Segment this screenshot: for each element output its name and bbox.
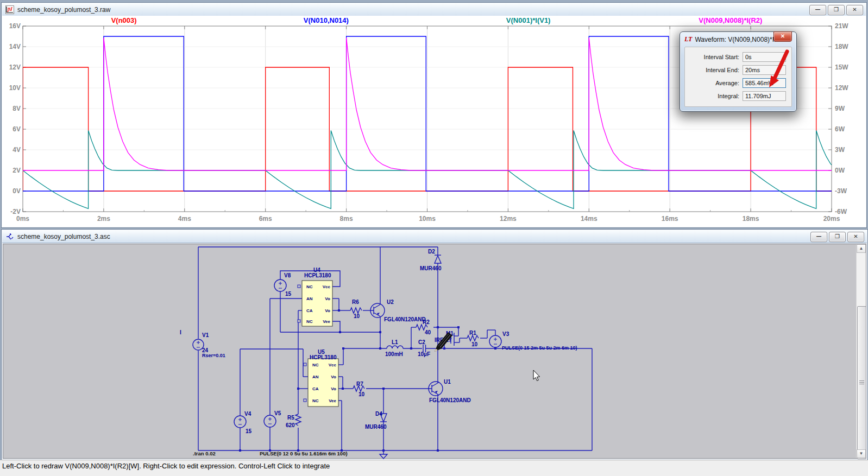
dialog-body: Interval Start:0sInterval End:20msAverag… [684,47,792,107]
waveform-minimize-button[interactable]: — [809,5,826,15]
schematic-close-button[interactable]: ✕ [847,232,864,242]
dialog-field-integral-[interactable]: 11.709mJ [743,91,786,101]
status-bar: Left-Click to redraw V(N009,N008)*I(R2)[… [0,460,868,476]
schematic-window: scheme_kosoy_polumost_3.asc — ❐ ✕ ▲ ▼ [1,229,868,460]
arrow-down-icon: ▼ [859,451,864,456]
waveform-file-icon [5,5,14,14]
schematic-window-titlebar[interactable]: scheme_kosoy_polumost_3.asc [2,230,867,243]
lt-logo-icon: LT [684,35,692,43]
close-icon: ✕ [781,33,785,39]
schematic-minimize-button[interactable]: — [810,232,827,242]
restore-icon: ❐ [835,233,840,239]
dialog-field-interval-end-[interactable]: 20ms [743,65,786,75]
schematic-canvas[interactable] [3,244,866,459]
dialog-close-button[interactable]: ✕ [773,31,792,42]
waveform-window-titlebar[interactable]: scheme_kosoy_polumost_3.raw [2,3,866,16]
scrollbar-up-button[interactable]: ▲ [857,244,866,253]
dialog-field-interval-start-[interactable]: 0s [743,52,786,62]
schematic-file-icon [5,232,14,241]
waveform-restore-button[interactable]: ❐ [828,5,845,15]
dialog-field-average-[interactable]: 585.46mW [743,78,786,88]
dialog-field-label: Average: [685,80,743,86]
minimize-icon: — [816,233,822,239]
schematic-scrollbar[interactable]: ▲ ▼ [856,244,866,458]
dialog-field-label: Interval Start: [685,54,743,60]
waveform-stats-dialog: LT Waveform: V(N009,N008)*I... ✕ Interva… [680,31,797,112]
waveform-window-title: scheme_kosoy_polumost_3.raw [17,6,110,14]
dialog-title: Waveform: V(N009,N008)*I... [695,36,779,43]
dialog-row: Integral:11.709mJ [685,91,786,101]
waveform-close-button[interactable]: ✕ [846,5,863,15]
status-text: Left-Click to redraw V(N009,N008)*I(R2)[… [2,462,330,470]
scrollbar-down-button[interactable]: ▼ [857,449,866,458]
dialog-field-label: Interval End: [685,67,743,73]
schematic-restore-button[interactable]: ❐ [829,232,846,242]
close-icon: ✕ [853,233,858,239]
minimize-icon: — [815,7,821,12]
dialog-row: Interval Start:0s [685,52,786,62]
arrow-up-icon: ▲ [859,246,864,251]
close-icon: ✕ [852,7,857,12]
schematic-window-title: scheme_kosoy_polumost_3.asc [17,233,110,240]
restore-icon: ❐ [834,7,839,12]
dialog-row: Interval End:20ms [685,65,786,75]
dialog-row: Average:585.46mW [685,78,786,88]
dialog-field-label: Integral: [685,93,743,99]
scrollbar-thumb[interactable] [857,306,866,459]
